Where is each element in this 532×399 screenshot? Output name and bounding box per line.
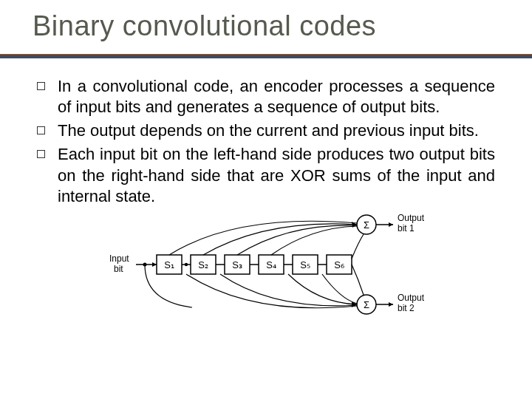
output-label-bottom-1: Output (398, 293, 425, 303)
bullet-text: Each input bit on the left-hand side pro… (58, 144, 495, 206)
state-label: S₅ (300, 259, 310, 270)
sum-symbol-top: Σ (364, 219, 369, 231)
tap-line (352, 234, 364, 259)
bullet-text: The output depends on the current and pr… (58, 120, 495, 141)
bullet-item: The output depends on the current and pr… (37, 120, 495, 141)
state-label: S₃ (232, 259, 242, 270)
bullet-text: In a convolutional code, an encoder proc… (58, 76, 495, 117)
bullet-list: In a convolutional code, an encoder proc… (37, 76, 495, 207)
arrow-head-icon (389, 302, 393, 307)
slide-body: In a convolutional code, an encoder proc… (0, 58, 532, 320)
svg-point-5 (185, 263, 188, 266)
output-label-top-1: Output (398, 213, 425, 223)
input-label-line1: Input (109, 253, 129, 264)
state-label: S₂ (198, 259, 208, 270)
bullet-item: Each input bit on the left-hand side pro… (37, 144, 495, 206)
output-label-bottom-2: bit 2 (398, 303, 415, 313)
input-label-line2: bit (114, 264, 123, 274)
diagram-container: Input bit S₁ S₂ S₃ S₄ (37, 205, 495, 320)
state-label: S₆ (334, 259, 344, 270)
encoder-diagram: Input bit S₁ S₂ S₃ S₄ (103, 205, 429, 320)
slide: Binary convolutional codes In a convolut… (0, 0, 532, 399)
output-label-top-2: bit 1 (398, 223, 415, 233)
title-area: Binary convolutional codes (0, 0, 532, 42)
state-label: S₄ (266, 259, 276, 270)
bullet-item: In a convolutional code, an encoder proc… (37, 76, 495, 117)
slide-title: Binary convolutional codes (33, 10, 532, 42)
arrow-head-icon (389, 222, 393, 227)
arrow-head-icon (152, 262, 157, 267)
state-label: S₁ (164, 259, 174, 270)
sum-symbol-bottom: Σ (364, 299, 369, 310)
